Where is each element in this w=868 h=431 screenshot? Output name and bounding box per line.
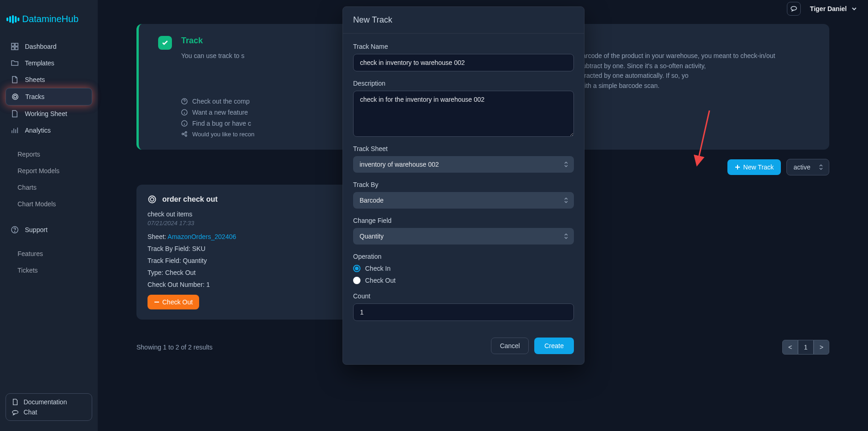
dashboard-icon bbox=[11, 43, 18, 50]
target-icon bbox=[12, 93, 19, 100]
doc-link[interactable]: Documentation bbox=[12, 398, 86, 406]
nav-label: Charts bbox=[18, 184, 36, 191]
info-icon bbox=[181, 120, 188, 127]
nav-main: Dashboard Templates Sheets Tracks Workin… bbox=[0, 38, 98, 139]
sidebar-item-working-sheet[interactable]: Working Sheet bbox=[6, 105, 92, 122]
nav-label: Dashboard bbox=[25, 43, 57, 50]
svg-point-14 bbox=[185, 135, 187, 137]
track-name-label: Track Name bbox=[353, 43, 574, 50]
pager-page-button[interactable]: 1 bbox=[798, 340, 814, 355]
nav-label: Chart Models bbox=[18, 200, 56, 208]
create-button[interactable]: Create bbox=[534, 338, 574, 354]
nav-support: Support bbox=[0, 221, 98, 238]
change-field-select[interactable]: Quantity bbox=[353, 228, 574, 245]
nav-analytics-sub: Reports Report Models Charts Chart Model… bbox=[0, 146, 98, 212]
track-sheet-label: Track Sheet bbox=[353, 145, 574, 152]
sidebar-item-support[interactable]: Support bbox=[6, 221, 92, 238]
svg-point-8 bbox=[791, 6, 797, 10]
radio-icon bbox=[353, 277, 360, 284]
sidebar-item-report-models[interactable]: Report Models bbox=[6, 163, 92, 179]
file-icon bbox=[11, 76, 18, 83]
cancel-button[interactable]: Cancel bbox=[491, 338, 529, 354]
nav-label: Support bbox=[25, 226, 47, 233]
svg-point-4 bbox=[12, 94, 18, 99]
nav-support-sub: Features Tickets bbox=[0, 245, 98, 279]
user-name: Tiger Daniel bbox=[810, 5, 847, 12]
nav-label: Report Models bbox=[18, 167, 59, 175]
bars-icon bbox=[11, 127, 18, 134]
doc-icon bbox=[12, 398, 19, 406]
change-field-label: Change Field bbox=[353, 217, 574, 224]
new-track-button[interactable]: New Track bbox=[727, 159, 781, 175]
chat-button[interactable] bbox=[787, 2, 801, 16]
nav-label: Working Sheet bbox=[25, 110, 67, 117]
sidebar-item-chart-models[interactable]: Chart Models bbox=[6, 196, 92, 212]
plus-icon bbox=[735, 164, 740, 170]
track-sheet-select[interactable]: inventory of warehouse 002 bbox=[353, 156, 574, 173]
count-input[interactable] bbox=[353, 303, 574, 321]
info-icon bbox=[181, 109, 188, 116]
sidebar-item-features[interactable]: Features bbox=[6, 245, 92, 262]
app-logo[interactable]: DatamineHub bbox=[0, 5, 98, 38]
track-name-input[interactable] bbox=[353, 54, 574, 71]
svg-point-15 bbox=[149, 196, 156, 203]
user-menu[interactable]: Tiger Daniel bbox=[810, 5, 857, 12]
pager-prev-button[interactable]: < bbox=[782, 340, 798, 355]
count-label: Count bbox=[353, 292, 574, 300]
sidebar-item-tickets[interactable]: Tickets bbox=[6, 262, 92, 279]
chevron-updown-icon bbox=[819, 164, 823, 170]
radio-check-out[interactable]: Check Out bbox=[353, 277, 574, 284]
chevron-down-icon bbox=[851, 6, 857, 12]
sidebar-item-analytics[interactable]: Analytics bbox=[6, 122, 92, 139]
target-icon bbox=[148, 195, 157, 204]
svg-rect-2 bbox=[12, 47, 14, 50]
sidebar-item-charts[interactable]: Charts bbox=[6, 179, 92, 196]
pagination: < 1 > bbox=[782, 340, 829, 355]
app-name: DatamineHub bbox=[22, 14, 78, 24]
sidebar-item-reports[interactable]: Reports bbox=[6, 146, 92, 163]
svg-rect-3 bbox=[15, 47, 18, 50]
svg-point-12 bbox=[182, 134, 184, 135]
nav-label: Tickets bbox=[18, 267, 38, 274]
radio-check-in[interactable]: Check In bbox=[353, 265, 574, 272]
modal-title: New Track bbox=[343, 7, 584, 34]
nav-label: Analytics bbox=[25, 127, 51, 134]
sidebar-item-sheets[interactable]: Sheets bbox=[6, 71, 92, 88]
description-label: Description bbox=[353, 80, 574, 87]
sidebar-item-templates[interactable]: Templates bbox=[6, 55, 92, 71]
doc-label: Documentation bbox=[24, 398, 67, 406]
doc-box: Documentation Chat bbox=[6, 393, 92, 421]
sheet-link[interactable]: AmazonOrders_202406 bbox=[168, 233, 236, 240]
card-title: order check out bbox=[162, 195, 218, 204]
description-input[interactable] bbox=[353, 91, 574, 137]
check-icon bbox=[158, 36, 172, 50]
svg-rect-1 bbox=[15, 43, 18, 46]
results-text: Showing 1 to 2 of 2 results bbox=[136, 344, 213, 351]
sidebar-item-tracks[interactable]: Tracks bbox=[6, 88, 92, 105]
pager-next-button[interactable]: > bbox=[814, 340, 829, 355]
sidebar-item-dashboard[interactable]: Dashboard bbox=[6, 38, 92, 55]
sidebar: DatamineHub Dashboard Templates Sheets T… bbox=[0, 0, 98, 431]
svg-point-5 bbox=[14, 95, 17, 98]
nav-label: Templates bbox=[25, 59, 54, 67]
topbar: Tiger Daniel bbox=[787, 2, 857, 16]
nav-label: Tracks bbox=[25, 93, 44, 100]
main-area: Tiger Daniel Track You can use track to … bbox=[98, 0, 868, 431]
chat-icon bbox=[790, 5, 797, 12]
folder-icon bbox=[11, 59, 18, 67]
nav-label: Sheets bbox=[25, 76, 45, 83]
radio-icon bbox=[353, 265, 360, 272]
chat-link[interactable]: Chat bbox=[12, 408, 86, 416]
filter-status-select[interactable]: active bbox=[786, 159, 829, 175]
logo-icon bbox=[6, 15, 19, 23]
nav-label: Features bbox=[18, 250, 43, 257]
chat-label: Chat bbox=[24, 408, 37, 416]
checkout-button[interactable]: Check Out bbox=[148, 295, 199, 309]
track-by-select[interactable]: Barcode bbox=[353, 192, 574, 209]
track-by-label: Track By bbox=[353, 181, 574, 188]
svg-point-7 bbox=[15, 232, 15, 232]
operation-label: Operation bbox=[353, 253, 574, 260]
svg-point-13 bbox=[185, 132, 187, 134]
share-icon bbox=[181, 131, 188, 137]
new-track-modal: New Track Track Name Description Track S… bbox=[342, 6, 585, 365]
